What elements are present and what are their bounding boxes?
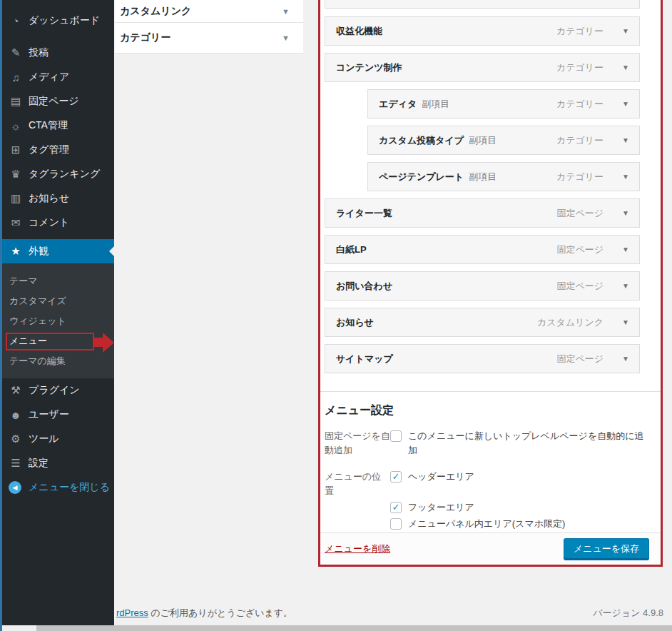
menu-item-row[interactable]: コンテンツ制作 カテゴリー ▼ [325,53,640,82]
menu-item-row-sub[interactable]: カスタム投稿タイプ 副項目 カテゴリー ▼ [367,126,640,155]
footer-area-checkbox[interactable]: ✓ [390,502,402,513]
menu-item-type: カテゴリー [556,25,604,38]
sidebar-item-notices[interactable]: ▥ お知らせ [0,186,114,211]
menu-panel-area-checkbox[interactable] [390,518,402,530]
menu-item-label: サイトマップ [336,353,393,365]
menu-editor-panel: 収益化機能 カテゴリー ▼ コンテンツ制作 カテゴリー ▼ エディタ 副項目 カ… [318,0,663,567]
sidebar-item-pages[interactable]: ▤ 固定ページ [0,89,114,113]
chevron-down-icon[interactable]: ▼ [622,318,629,326]
sidebar-item-users[interactable]: ☻ ユーザー [0,403,114,427]
chevron-down-icon[interactable]: ▼ [622,100,629,108]
menu-item-type: カテゴリー [556,134,604,147]
menu-item-label: ライター一覧 [336,207,392,220]
menu-item-row[interactable]: 白紙LP 固定ページ ▼ [325,235,640,264]
chevron-down-icon[interactable]: ▼ [622,246,629,253]
sidebar-item-label: ツール [29,433,59,445]
pushpin-icon: ✎ [9,46,23,59]
menu-item-row-sub[interactable]: ページテンプレート 副項目 カテゴリー ▼ [367,162,640,191]
sidebar-separator [0,33,114,41]
chevron-down-icon[interactable]: ▼ [622,355,629,363]
chevron-down-icon[interactable]: ▼ [622,64,629,71]
menu-item-row-partial[interactable] [325,0,640,9]
menu-item-label: コンテンツ制作 [336,61,402,74]
submenu-item-customize[interactable]: カスタマイズ [0,291,114,311]
menu-item-sub-badge: 副項目 [469,171,497,183]
accordion-section-categories[interactable]: カテゴリー ▼ [115,23,303,54]
sidebar-item-label: コメント [29,216,69,229]
sidebar-item-tools[interactable]: ⚙ ツール [0,427,114,451]
menu-item-row[interactable]: お問い合わせ 固定ページ ▼ [325,271,640,301]
pages-icon: ▤ [9,95,23,108]
auto-add-pages-checkbox[interactable] [390,430,402,442]
add-menu-items-accordion: カスタムリンク ▼ カテゴリー ▼ [115,0,303,54]
save-menu-button[interactable]: メニューを保存 [564,538,649,560]
appearance-submenu: テーマ カスタマイズ ウィジェット メニュー テーマの編集 [0,263,114,378]
menu-item-label: お知らせ [336,316,374,329]
menu-panel-area-label: メニューパネル内エリア(スマホ限定) [408,517,565,531]
footer-thanks-rest: のご利用ありがとうございます。 [148,607,292,618]
wrench-icon: ⚙ [9,433,23,445]
chevron-down-icon[interactable]: ▼ [622,27,629,35]
sidebar-item-comments[interactable]: ✉ コメント [0,211,114,235]
header-area-label: ヘッダーエリア [408,470,474,484]
sidebar-item-tag-ranking[interactable]: ♛ タグランキング [0,162,114,186]
menu-item-sub-badge: 副項目 [469,134,497,147]
accordion-section-custom-links[interactable]: カスタムリンク ▼ [115,0,303,23]
submenu-item-themes[interactable]: テーマ [0,271,114,291]
menu-item-row[interactable]: ライター一覧 固定ページ ▼ [325,198,640,228]
sidebar-item-dashboard[interactable]: ◔ ダッシュボード [0,9,114,33]
comment-bubble-icon: ✉ [9,216,23,229]
sidebar-item-appearance-active[interactable]: ★ 外観 [0,239,114,263]
collapse-menu-button[interactable]: ◀ メニューを閉じる [0,475,114,500]
award-icon: ♛ [9,168,23,181]
lightbulb-icon: ☼ [9,120,23,132]
delete-menu-link[interactable]: メニューを削除 [325,542,390,555]
media-icon: ♫ [9,71,23,84]
menu-settings-title: メニュー設定 [325,403,646,418]
chevron-down-icon[interactable]: ▼ [282,7,290,16]
sidebar-item-settings[interactable]: ☰ 設定 [0,451,114,475]
sidebar-item-tag-manage[interactable]: ⊞ タグ管理 [0,138,114,162]
sidebar-item-media[interactable]: ♫ メディア [0,65,114,89]
menu-item-type: 固定ページ [556,243,604,256]
book-icon: ▥ [9,192,23,205]
menu-item-type: カテゴリー [556,98,604,111]
submenu-item-widgets[interactable]: ウィジェット [0,311,114,331]
horizontal-scrollbar-thumb[interactable] [36,625,672,631]
menu-item-type: 固定ページ [556,207,604,220]
sidebar-item-posts[interactable]: ✎ 投稿 [0,41,114,65]
chevron-down-icon[interactable]: ▼ [622,136,629,144]
wordpress-link[interactable]: rdPress [116,607,148,618]
sidebar-item-label: 外観 [29,245,49,258]
auto-add-pages-row: 固定ページを自動追加 このメニューに新しいトップレベルページを自動的に追加 [325,429,646,458]
sidebar-item-label: 設定 [29,457,49,470]
menu-item-label: エディタ [379,98,417,111]
menu-item-row-sub[interactable]: エディタ 副項目 カテゴリー ▼ [367,89,640,118]
menu-structure-list: 収益化機能 カテゴリー ▼ コンテンツ制作 カテゴリー ▼ エディタ 副項目 カ… [320,0,661,373]
submenu-item-editor[interactable]: テーマの編集 [0,351,114,371]
auto-add-pages-label: 固定ページを自動追加 [325,429,390,458]
menu-item-row[interactable]: サイトマップ 固定ページ ▼ [325,344,640,373]
sidebar-item-plugins[interactable]: ⚒ プラグイン [0,378,114,403]
sidebar-item-label: プラグイン [29,384,80,397]
menu-item-type: 固定ページ [556,353,604,365]
annotation-red-rectangle-menu [6,333,94,350]
window-edge-accent [0,0,2,631]
chevron-down-icon[interactable]: ▼ [622,282,629,290]
chevron-down-icon[interactable]: ▼ [282,34,290,42]
header-area-checkbox[interactable]: ✓ [390,471,402,483]
menu-item-label: 収益化機能 [336,25,382,38]
menu-locations-label: メニューの位置 [325,470,390,498]
sidebar-item-label: 投稿 [29,46,49,59]
collapse-menu-label: メニューを閉じる [29,481,110,494]
location-row-footer-area: ✓ フッターエリア [325,500,646,515]
menu-item-row[interactable]: 収益化機能 カテゴリー ▼ [325,16,640,46]
sidebar-item-cta[interactable]: ☼ CTA管理 [0,113,114,138]
chevron-down-icon[interactable]: ▼ [622,209,629,217]
sidebar-item-label: CTA管理 [29,119,68,132]
location-row-header-area: メニューの位置 ✓ ヘッダーエリア [325,470,646,498]
sidebar-item-label: メディア [29,71,69,84]
menu-item-row[interactable]: お知らせ カスタムリンク ▼ [325,308,640,337]
menu-item-label: お問い合わせ [336,280,392,293]
chevron-down-icon[interactable]: ▼ [622,173,629,181]
